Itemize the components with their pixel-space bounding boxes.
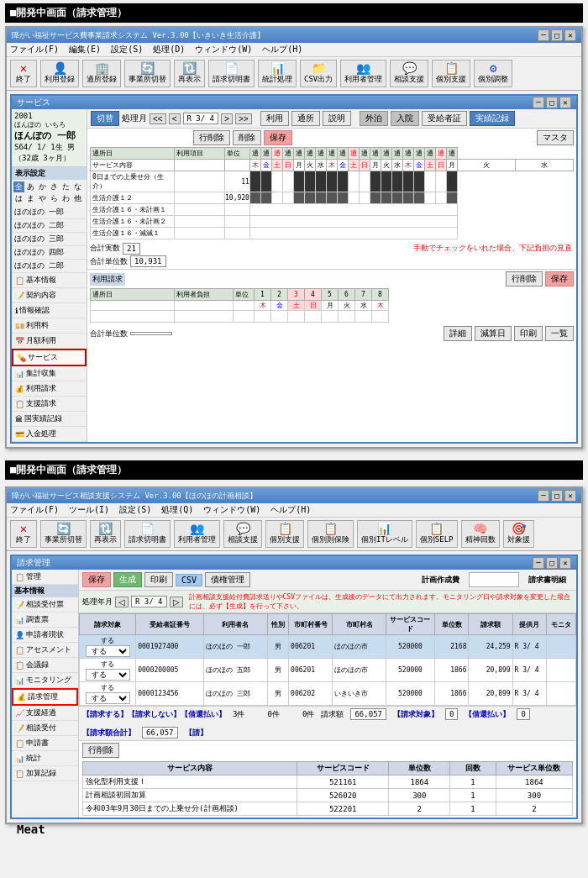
- sr1-d3[interactable]: [271, 192, 282, 204]
- rt-r3-select[interactable]: するしない: [86, 692, 130, 704]
- tool2-selp[interactable]: 📋 個別SELP: [416, 520, 458, 548]
- sidebar-monthly[interactable]: 📅 月額利用: [12, 334, 87, 349]
- tool-adjust[interactable]: ⚙ 個別調整: [474, 60, 512, 87]
- sidebar2-survey[interactable]: 📊 調査票: [12, 612, 78, 628]
- print-btn2[interactable]: 印刷: [144, 572, 173, 587]
- save-btn2[interactable]: 保存: [545, 271, 574, 287]
- hospital-btn[interactable]: 入院: [391, 111, 419, 126]
- sidebar-usage-fee[interactable]: 💴 利用料: [12, 318, 87, 334]
- list-btn[interactable]: 一覧: [545, 326, 574, 341]
- sr1-d9[interactable]: [337, 192, 348, 204]
- filter-all[interactable]: 全: [13, 181, 24, 192]
- sr1-d6[interactable]: [304, 192, 315, 204]
- br1-c8[interactable]: [322, 311, 339, 323]
- sr0-d8[interactable]: [326, 171, 337, 192]
- filter-ya[interactable]: や: [37, 193, 48, 204]
- sr0-d1[interactable]: [249, 171, 260, 192]
- nav-prev-prev[interactable]: <<: [150, 113, 166, 124]
- tool-user-mgmt[interactable]: 👥 利用者管理: [340, 60, 386, 87]
- usage-btn[interactable]: 利用: [260, 111, 289, 126]
- inner-win1-close[interactable]: ✕: [559, 97, 571, 108]
- tool2-exit[interactable]: ✕ 終了: [10, 520, 37, 548]
- sr1-d4[interactable]: [282, 192, 293, 204]
- sr0-d17[interactable]: [424, 171, 435, 192]
- menu2-process[interactable]: 処理(Q): [161, 504, 193, 516]
- tool-office-reg[interactable]: 🏢 過所登録: [82, 60, 121, 87]
- rt-r2-select[interactable]: するしない: [86, 669, 130, 681]
- sidebar2-manage[interactable]: 📋 管理: [12, 570, 78, 585]
- menu-help[interactable]: ヘルプ(H): [262, 44, 302, 55]
- rt-r1-select[interactable]: するしない: [86, 645, 130, 657]
- sr0-d3[interactable]: [271, 171, 282, 192]
- filter-ta[interactable]: た: [60, 181, 71, 192]
- sidebar2-monitoring[interactable]: 📊 モニタリング: [12, 673, 78, 688]
- name-item-1[interactable]: ほのほの 一郎: [12, 206, 87, 219]
- filter-ha[interactable]: は: [13, 193, 24, 204]
- sr0-d19[interactable]: [446, 171, 457, 192]
- tool2-individual2[interactable]: 📋 個別則保険: [307, 520, 354, 548]
- menu2-window[interactable]: ウィンドウ(W): [203, 504, 260, 516]
- sr0-d11[interactable]: [359, 171, 370, 192]
- br1-c10[interactable]: [355, 311, 372, 323]
- sr1-d19[interactable]: [446, 192, 457, 204]
- sr1-d7[interactable]: [315, 192, 326, 204]
- tool-switch[interactable]: 🔄 事業所切替: [124, 60, 171, 87]
- menu2-settings[interactable]: 設定(S): [119, 504, 151, 516]
- tool2-it-level[interactable]: 📊 個別ITレベル: [357, 520, 412, 548]
- sr1-d1[interactable]: [249, 192, 260, 204]
- sidebar-usage-billing[interactable]: 💰 利用請求: [12, 381, 87, 397]
- tool-consult[interactable]: 💬 相談支援: [390, 60, 428, 87]
- sidebar2-support-progress[interactable]: 📈 支援経過: [12, 706, 78, 721]
- row-delete-btn1[interactable]: 行削除: [193, 130, 230, 145]
- sr1-d8[interactable]: [326, 192, 337, 204]
- sidebar-basic-info[interactable]: 📋 基本情報: [12, 273, 87, 288]
- sr0-d13[interactable]: [381, 171, 391, 192]
- menu-window[interactable]: ウィンドウ(W): [195, 44, 252, 55]
- br1-c11[interactable]: [372, 311, 389, 323]
- sidebar-info-confirm[interactable]: ℹ 情報確認: [12, 303, 87, 318]
- sr0-d4[interactable]: [282, 171, 293, 192]
- actual-record-btn[interactable]: 実績記録: [470, 111, 515, 126]
- tool2-individual[interactable]: 📋 個別支援: [265, 520, 304, 548]
- sr0-d12[interactable]: [370, 171, 381, 192]
- sidebar-national-record[interactable]: 🏛 国実績記録: [12, 412, 87, 427]
- filter-a[interactable]: あ: [25, 181, 36, 192]
- sr1-d18[interactable]: [435, 192, 446, 204]
- tool2-target[interactable]: 🎯 対象援: [503, 520, 534, 548]
- menu-settings[interactable]: 設定(S): [111, 44, 143, 55]
- name-item-3[interactable]: ほのほの 三郎: [12, 233, 87, 246]
- filter-sa[interactable]: さ: [49, 181, 60, 192]
- sidebar-service-active[interactable]: 💊 サービス: [12, 349, 87, 366]
- sidebar-contract[interactable]: 📝 契約内容: [12, 288, 87, 303]
- menu2-help[interactable]: ヘルプ(H): [270, 504, 311, 516]
- tool-csv[interactable]: 📁 CSV出力: [300, 60, 337, 87]
- inner-win2-close[interactable]: ✕: [559, 557, 571, 569]
- sr1-d10[interactable]: [348, 192, 359, 204]
- name-item-4[interactable]: ほのほの 四郎: [12, 246, 87, 260]
- tool-refresh[interactable]: 🔃 再表示: [174, 60, 205, 87]
- sidebar2-application[interactable]: 📋 申請書: [12, 736, 78, 751]
- sr0-d2[interactable]: [260, 171, 271, 192]
- print-btn[interactable]: 印刷: [514, 326, 543, 341]
- row-delete-btn2[interactable]: 行削除: [506, 271, 543, 287]
- win1-max[interactable]: □: [551, 29, 563, 41]
- generate-btn[interactable]: 生成: [113, 572, 142, 587]
- sr0-d10[interactable]: [348, 171, 359, 192]
- inner-win1-max[interactable]: □: [546, 97, 558, 108]
- br1-c5[interactable]: [271, 311, 288, 323]
- menu-file[interactable]: ファイル(F): [10, 44, 59, 55]
- filter-na[interactable]: な: [72, 181, 83, 192]
- sidebar2-consult-receipt[interactable]: 📝 相談受付票: [12, 597, 78, 612]
- discount-btn[interactable]: 減算日: [475, 326, 512, 341]
- recipient-btn[interactable]: 受給者証: [422, 111, 467, 126]
- tool-invoice[interactable]: 📄 請求切明書: [208, 60, 255, 87]
- sr1-d15[interactable]: [402, 192, 413, 204]
- win2-min[interactable]: ─: [538, 490, 549, 502]
- filter-ka[interactable]: か: [37, 181, 48, 192]
- outside-btn[interactable]: 外泊: [360, 111, 388, 126]
- tool2-refresh[interactable]: 🔃 再表示: [90, 520, 121, 548]
- sidebar2-consult-receipt2[interactable]: 📝 相談受付: [12, 721, 78, 736]
- menu2-tool[interactable]: ツール(I): [69, 504, 109, 516]
- sidebar-payment[interactable]: 💳 入金処理: [12, 427, 87, 442]
- win1-min[interactable]: ─: [538, 29, 549, 41]
